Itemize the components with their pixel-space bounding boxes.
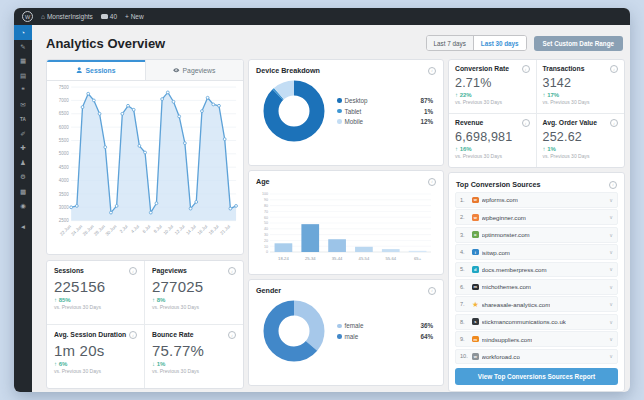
- site-menu[interactable]: ⌂ MonsterInsights: [41, 13, 93, 20]
- stat-compare: vs. Previous 30 Days: [543, 99, 619, 105]
- source-row-docs-memberpress-com[interactable]: 5.ddocs.memberpress.com∨: [455, 262, 618, 278]
- chevron-down-icon[interactable]: ∨: [609, 197, 613, 203]
- stat-card-bounce-rate: Bounce Ratei75.77%↓ 1%vs. Previous 30 Da…: [145, 325, 243, 388]
- info-icon[interactable]: i: [609, 181, 617, 189]
- person-icon: [76, 67, 83, 74]
- comments-menu[interactable]: 40: [101, 13, 117, 20]
- page-header: Analytics Overview Last 7 daysLast 30 da…: [46, 30, 625, 56]
- stat-change: ↑ 22%: [455, 92, 530, 98]
- info-icon[interactable]: i: [610, 119, 618, 127]
- legend-item-male: male64%: [337, 333, 433, 340]
- sidebar-item-comments[interactable]: ❝: [14, 83, 32, 98]
- source-row-wpbeginner-com[interactable]: 2.wwpbeginner.com∨: [455, 209, 618, 225]
- svg-text:20: 20: [264, 239, 268, 243]
- svg-text:90: 90: [264, 198, 268, 202]
- sidebar-item-feedback[interactable]: ✉: [14, 98, 32, 113]
- sidebar-item-monsterinsights[interactable]: ◉: [14, 199, 32, 214]
- wordpress-logo-icon[interactable]: W: [22, 11, 33, 22]
- favicon-icon: m: [472, 284, 479, 291]
- sidebar-item-dashboard[interactable]: ◔: [14, 25, 32, 40]
- svg-text:60: 60: [264, 216, 268, 220]
- source-row-mindsuppliers-com[interactable]: 9.mmindsuppliers.com∨: [455, 331, 618, 347]
- svg-text:18 Jul: 18 Jul: [208, 224, 220, 236]
- sidebar-item-users[interactable]: ♟: [14, 156, 32, 171]
- info-icon[interactable]: i: [129, 331, 137, 339]
- info-icon[interactable]: i: [228, 267, 236, 275]
- svg-text:35-44: 35-44: [332, 256, 343, 261]
- svg-text:30 Jun: 30 Jun: [104, 223, 117, 236]
- source-row-stickmancommunications-co-uk[interactable]: 8.sstickmancommunications.co.uk∨: [455, 314, 618, 330]
- stat-card-sessions: Sessionsi225156↑ 85%vs. Previous 30 Days: [47, 261, 145, 325]
- chevron-down-icon[interactable]: ∨: [609, 336, 613, 342]
- svg-text:45-54: 45-54: [359, 256, 370, 261]
- stat-compare: vs. Previous 30 Days: [455, 153, 530, 159]
- tab-pageviews[interactable]: Pageviews: [145, 60, 244, 80]
- source-row-optinmonster-com[interactable]: 3.ooptinmonster.com∨: [455, 227, 618, 243]
- legend-item-tablet: Tablet1%: [337, 108, 433, 115]
- set-custom-date-range-button[interactable]: Set Custom Date Range: [534, 36, 623, 51]
- info-icon[interactable]: i: [129, 267, 137, 275]
- source-row-isitwp-com[interactable]: 4.iisitwp.com∨: [455, 244, 618, 260]
- range-tab-last-30-days[interactable]: Last 30 days: [474, 36, 526, 50]
- source-domain: optinmonster.com: [482, 231, 530, 238]
- main-content: Analytics Overview Last 7 daysLast 30 da…: [32, 25, 630, 392]
- sidebar-item-pages[interactable]: ▤: [14, 69, 32, 84]
- legend-label: Tablet: [345, 108, 362, 115]
- top-conversion-sources-title: Top Conversion Sources: [456, 180, 541, 189]
- chevron-down-icon[interactable]: ∨: [609, 214, 613, 220]
- new-menu[interactable]: + New: [125, 13, 144, 20]
- range-tab-last-7-days[interactable]: Last 7 days: [427, 36, 474, 50]
- tab-sessions[interactable]: Sessions: [47, 60, 145, 80]
- chevron-down-icon[interactable]: ∨: [609, 284, 613, 290]
- source-row-shareasale-analytics-com[interactable]: 7.★shareasale-analytics.com∨: [455, 296, 618, 312]
- stat-label: Pageviews: [152, 267, 187, 274]
- svg-text:30: 30: [264, 233, 268, 237]
- svg-text:7500: 7500: [59, 85, 69, 90]
- source-row-workforoad-co[interactable]: 10.wworkforoad.co∨: [455, 349, 618, 365]
- info-icon[interactable]: i: [428, 178, 436, 186]
- chevron-down-icon[interactable]: ∨: [609, 353, 613, 359]
- info-icon[interactable]: i: [522, 119, 530, 127]
- svg-text:5500: 5500: [59, 138, 69, 143]
- stat-value: 75.77%: [152, 342, 236, 359]
- info-icon[interactable]: i: [610, 65, 618, 73]
- source-domain: isitwp.com: [482, 249, 510, 256]
- info-icon[interactable]: i: [228, 331, 236, 339]
- sidebar-item-plugins[interactable]: ✚: [14, 141, 32, 156]
- info-icon[interactable]: i: [428, 287, 436, 295]
- chevron-down-icon[interactable]: ∨: [609, 232, 613, 238]
- legend-label: Mobile: [345, 118, 364, 125]
- info-icon[interactable]: i: [522, 65, 530, 73]
- favicon-icon: o: [472, 231, 479, 238]
- sidebar-item-analytics-ta[interactable]: TA: [14, 112, 32, 127]
- svg-text:24 Jun: 24 Jun: [70, 223, 83, 236]
- svg-text:65+: 65+: [414, 256, 422, 261]
- sidebar-item-media[interactable]: ▦: [14, 54, 32, 69]
- site-name: MonsterInsights: [47, 13, 93, 20]
- chevron-down-icon[interactable]: ∨: [609, 249, 613, 255]
- comments-count: 40: [110, 13, 117, 20]
- source-row-michothemes-com[interactable]: 6.mmichothemes.com∨: [455, 279, 618, 295]
- svg-text:6500: 6500: [59, 111, 69, 116]
- sidebar-item-settings[interactable]: ▩: [14, 185, 32, 200]
- stat-card-pageviews: Pageviewsi277025↑ 8%vs. Previous 30 Days: [145, 261, 243, 325]
- chevron-down-icon[interactable]: ∨: [609, 266, 613, 272]
- chevron-down-icon[interactable]: ∨: [609, 301, 613, 307]
- chevron-down-icon[interactable]: ∨: [609, 319, 613, 325]
- sidebar-item-collapse[interactable]: ◄: [14, 220, 32, 235]
- stat-value: 252.62: [543, 130, 619, 144]
- source-rank: 9.: [460, 336, 469, 342]
- svg-text:22 Jun: 22 Jun: [59, 223, 72, 236]
- stat-change: ↑ 85%: [54, 297, 137, 303]
- sidebar-item-tools[interactable]: ⚙: [14, 170, 32, 185]
- source-row-wpforms-com[interactable]: 1.wwpforms.com∨: [455, 192, 618, 208]
- info-icon[interactable]: i: [428, 67, 436, 75]
- sidebar-item-posts[interactable]: ✎: [14, 40, 32, 55]
- sidebar-item-appearance[interactable]: ✐: [14, 127, 32, 142]
- top-conversion-sources-panel: Top Conversion Sources i 1.wwpforms.com∨…: [448, 172, 625, 392]
- age-panel: Age i 010203040506070809010018-2425-3435…: [248, 170, 444, 275]
- view-top-conversion-sources-report-button[interactable]: View Top Conversions Sources Report: [455, 368, 618, 385]
- source-domain: docs.memberpress.com: [482, 266, 547, 273]
- favicon-icon: m: [472, 336, 479, 343]
- stat-change: ↑ 6%: [54, 361, 137, 367]
